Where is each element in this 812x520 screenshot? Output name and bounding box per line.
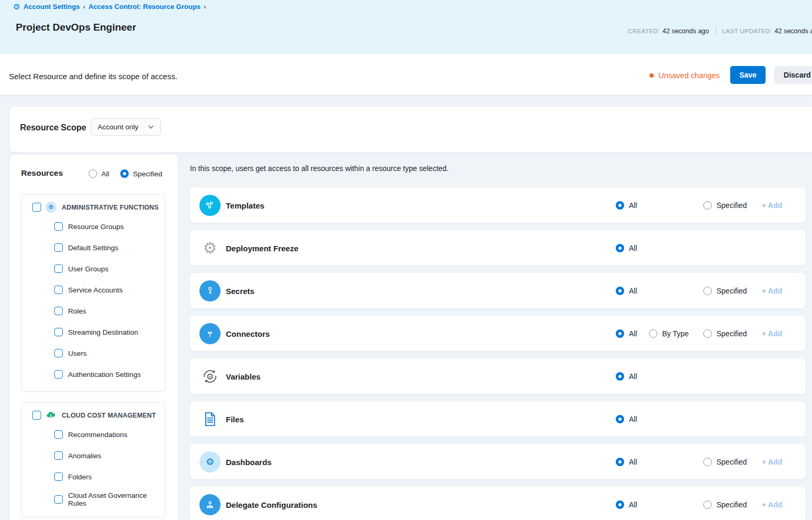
radio-specified-label[interactable]: Specified [717, 287, 747, 295]
cloud-dollar-icon: $ [45, 410, 56, 421]
sidebar-item-resource-groups[interactable]: Resource Groups [54, 222, 124, 231]
sidebar-item-cloud-asset-governance-rules[interactable]: Cloud Asset Governance Rules [54, 491, 151, 507]
row-label: Delegate Configurations [226, 500, 317, 509]
row-label: Dashboards [226, 457, 272, 466]
scope-note: In this scope, users get access to all r… [190, 164, 448, 173]
breadcrumb-separator: › [83, 3, 85, 11]
sidebar-item-authentication-settings[interactable]: Authentication Settings [54, 370, 141, 379]
radio-by-type-label[interactable]: By Type [662, 329, 689, 338]
resources-panel: Resources All Specified ⚙ ADMINISTRATIVE… [9, 155, 178, 520]
breadcrumb-link-account-settings[interactable]: Account Settings [23, 3, 80, 11]
sidebar-item-users[interactable]: Users [54, 349, 87, 357]
radio-specified[interactable] [703, 287, 712, 295]
group-card-cloud-cost-management: $ CLOUD COST MANAGEMENT Recommendations … [21, 402, 165, 517]
radio-all[interactable] [616, 201, 624, 210]
radio-all[interactable] [616, 244, 624, 252]
updated-value: 42 seconds ago [775, 27, 812, 35]
secrets-icon [199, 280, 221, 301]
radio-all-label[interactable]: All [629, 415, 637, 423]
checkbox[interactable] [54, 495, 63, 504]
deployment-freeze-icon: ⚙ [203, 240, 217, 256]
radio-all-label[interactable]: All [629, 500, 637, 509]
sidebar-item-folders[interactable]: Folders [54, 472, 92, 481]
item-label: Service Accounts [68, 286, 123, 294]
resources-radio-all-label[interactable]: All [101, 170, 109, 178]
radio-specified-label[interactable]: Specified [717, 329, 747, 338]
add-button[interactable]: + Add [762, 329, 782, 338]
checkbox[interactable] [54, 370, 63, 379]
sidebar-item-service-accounts[interactable]: Service Accounts [54, 286, 123, 294]
unsaved-dot-icon [649, 73, 654, 78]
sidebar-item-roles[interactable]: Roles [54, 307, 87, 315]
svg-text:⚙: ⚙ [206, 371, 214, 381]
sidebar-item-streaming-destination[interactable]: Streaming Destination [54, 328, 138, 336]
resource-row-dashboards: ⚙ Dashboards All Specified + Add [190, 444, 806, 479]
checkbox[interactable] [54, 286, 63, 294]
radio-all-label[interactable]: All [629, 329, 637, 338]
unsaved-changes-label: Unsaved changes [658, 71, 720, 80]
radio-specified[interactable] [703, 329, 712, 338]
add-button[interactable]: + Add [762, 458, 782, 466]
administrative-functions-icon: ⚙ [45, 202, 56, 213]
resource-scope-label: Resource Scope [20, 123, 86, 133]
checkbox[interactable] [54, 451, 63, 460]
radio-specified[interactable] [703, 458, 712, 466]
radio-all[interactable] [616, 329, 624, 338]
radio-specified[interactable] [703, 201, 712, 210]
group-checkbox-cloud-cost-management[interactable] [32, 411, 41, 420]
radio-all-label[interactable]: All [629, 244, 637, 252]
sidebar-item-recommendations[interactable]: Recommendations [54, 430, 128, 439]
radio-specified[interactable] [703, 500, 712, 509]
add-button[interactable]: + Add [762, 500, 782, 509]
checkbox[interactable] [54, 472, 63, 481]
resource-row-delegate-configurations: Delegate Configurations All Specified + … [190, 487, 806, 520]
resources-filter: All Specified [89, 169, 163, 178]
checkbox[interactable] [54, 430, 63, 439]
radio-all[interactable] [616, 372, 624, 381]
checkbox[interactable] [54, 307, 63, 315]
resources-radio-specified-label[interactable]: Specified [133, 170, 163, 178]
item-label: Authentication Settings [68, 371, 141, 379]
radio-all-label[interactable]: All [629, 458, 637, 466]
sidebar-item-default-settings[interactable]: Default Settings [54, 243, 118, 252]
breadcrumb-link-access-control[interactable]: Access Control: Resource Groups [89, 3, 200, 11]
resources-radio-all[interactable] [89, 169, 97, 178]
resource-row-deployment-freeze: ⚙ Deployment Freeze All [190, 230, 806, 266]
resource-group-page: ⚙ Account Settings › Access Control: Res… [0, 0, 812, 520]
resources-radio-specified[interactable] [120, 169, 129, 178]
page-title: Project DevOps Engineer [16, 22, 136, 33]
add-button[interactable]: + Add [762, 201, 782, 210]
resource-scope-value: Account only [98, 123, 138, 131]
checkbox[interactable] [54, 349, 63, 357]
add-button[interactable]: + Add [762, 287, 782, 295]
resource-row-files: Files All [190, 401, 806, 437]
radio-specified-label[interactable]: Specified [717, 458, 747, 466]
checkbox[interactable] [54, 222, 63, 231]
discard-button[interactable]: Discard [774, 66, 812, 84]
sidebar-item-user-groups[interactable]: User Groups [54, 264, 109, 273]
sidebar-item-anomalies[interactable]: Anomalies [54, 451, 101, 460]
group-title-administrative-functions: ADMINISTRATIVE FUNCTIONS [62, 204, 159, 211]
row-label: Templates [226, 201, 264, 210]
created-value: 42 seconds ago [663, 27, 709, 35]
toolbar-description: Select Resource and define its scope of … [9, 72, 177, 81]
save-button[interactable]: Save [730, 66, 766, 84]
group-checkbox-administrative-functions[interactable] [32, 203, 41, 212]
item-label: User Groups [68, 265, 109, 273]
radio-specified-label[interactable]: Specified [717, 201, 747, 210]
radio-all[interactable] [616, 458, 624, 466]
checkbox[interactable] [54, 243, 63, 252]
radio-all[interactable] [616, 415, 624, 423]
radio-all[interactable] [616, 287, 624, 295]
radio-specified-label[interactable]: Specified [717, 500, 747, 509]
checkbox[interactable] [54, 328, 63, 336]
radio-all-label[interactable]: All [629, 372, 637, 381]
resource-scope-select[interactable]: Account only [91, 118, 161, 136]
radio-all-label[interactable]: All [629, 201, 637, 210]
radio-by-type[interactable] [649, 329, 657, 338]
radio-all[interactable] [616, 500, 624, 509]
dashboards-icon: ⚙ [199, 451, 221, 472]
checkbox[interactable] [54, 264, 63, 273]
radio-all-label[interactable]: All [629, 287, 637, 295]
variables-icon: ⚙ [199, 366, 221, 387]
